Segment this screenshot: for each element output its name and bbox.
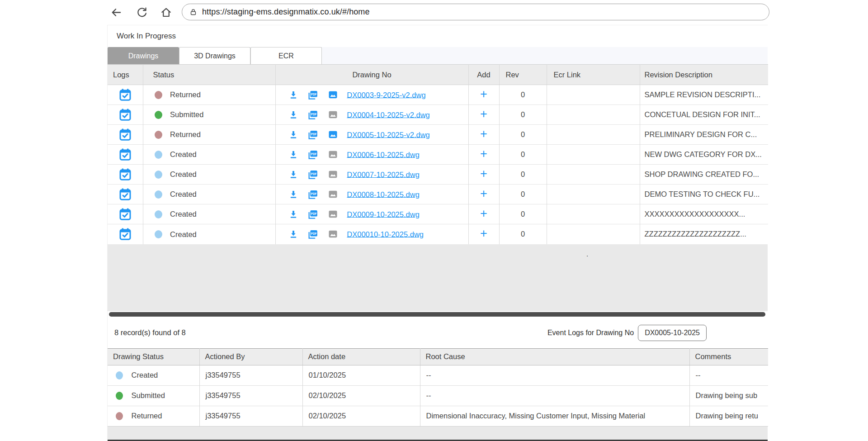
logs-button[interactable] <box>118 208 132 221</box>
image-icon[interactable] <box>328 149 338 160</box>
drawing-link[interactable]: DX0008-10-2025.dwg <box>347 190 420 198</box>
tab-ecr[interactable]: ECR <box>250 47 322 64</box>
svg-text:PDF: PDF <box>311 192 317 195</box>
status-label: Returned <box>170 91 201 99</box>
revision-description: SHOP DRAWING CREATED FO... <box>640 165 768 185</box>
drawing-link[interactable]: DX0007-10-2025.dwg <box>347 170 420 178</box>
add-button[interactable]: + <box>480 147 487 161</box>
drawing-link[interactable]: DX0009-10-2025.dwg <box>347 210 420 218</box>
drawing-link[interactable]: DX0006-10-2025.dwg <box>347 150 420 158</box>
calendar-check-icon <box>118 128 132 142</box>
drawing-link[interactable]: DX0004-10-2025-v2.dwg <box>347 110 429 119</box>
address-bar[interactable]: https://staging-ems.designmatix.co.uk/#/… <box>182 4 769 20</box>
calendar-check-icon <box>118 168 132 181</box>
pdf-icon[interactable]: PDF <box>307 109 319 120</box>
download-icon[interactable] <box>288 190 298 199</box>
tab-drawings[interactable]: Drawings <box>108 47 179 64</box>
add-button[interactable]: + <box>480 87 487 101</box>
horizontal-scrollbar-thumb[interactable] <box>109 312 765 317</box>
tab-3d-drawings[interactable]: 3D Drawings <box>179 47 250 64</box>
root-cause-value: Dimensional Inaccuracy, Missing Customer… <box>420 406 689 426</box>
browser-home-button[interactable] <box>160 6 172 19</box>
back-arrow-icon <box>110 6 122 19</box>
actioned-by-value: j33549755 <box>199 365 302 385</box>
add-button[interactable]: + <box>480 207 487 220</box>
drawing-link[interactable]: DX0005-10-2025-v2.dwg <box>347 130 429 138</box>
selected-drawing-no-box[interactable]: DX0005-10-2025 <box>638 325 707 341</box>
status-dot <box>155 91 162 99</box>
pdf-icon[interactable]: PDF <box>307 209 319 220</box>
add-button[interactable]: + <box>480 227 487 240</box>
add-button[interactable]: + <box>480 107 487 121</box>
revision-description: NEW DWG CATEGORY FOR DX... <box>640 145 768 165</box>
image-icon[interactable] <box>328 189 338 199</box>
table-row: Created PDF <box>108 145 768 165</box>
drawing-link[interactable]: DX00010-10-2025.dwg <box>347 230 424 238</box>
calendar-check-icon <box>118 108 132 122</box>
drawings-table-header: Logs Status Drawing No Add Rev Ecr Link … <box>108 65 768 85</box>
event-logs-table-header: Drawing Status Actioned By Action date R… <box>108 348 768 365</box>
image-icon[interactable] <box>328 129 338 140</box>
root-cause-value: -- <box>420 385 689 406</box>
pdf-icon[interactable]: PDF <box>307 229 319 240</box>
download-icon[interactable] <box>288 130 298 140</box>
pdf-icon[interactable]: PDF <box>307 129 319 140</box>
logs-button[interactable] <box>118 228 132 241</box>
image-icon[interactable] <box>328 90 338 100</box>
event-log-row: Created j33549755 01/10/2025 -- -- <box>108 365 768 385</box>
svg-text:PDF: PDF <box>311 152 317 155</box>
logs-button[interactable] <box>118 188 132 201</box>
browser-refresh-button[interactable] <box>136 6 148 19</box>
action-date-value: 02/10/2025 <box>302 385 420 406</box>
pdf-icon[interactable]: PDF <box>307 169 319 180</box>
ecr-link-cell <box>547 145 640 165</box>
comments-value: Drawing being retu <box>689 406 768 426</box>
drawing-link[interactable]: DX0003-9-2025-v2.dwg <box>347 90 425 99</box>
comments-value: -- <box>689 365 768 385</box>
image-icon[interactable] <box>328 109 338 120</box>
status-dot <box>116 371 123 379</box>
column-header-comments: Comments <box>689 348 768 365</box>
ecr-link-cell <box>547 125 640 145</box>
add-button[interactable]: + <box>480 167 487 180</box>
column-header-actioned-by: Actioned By <box>199 348 302 365</box>
drawings-table: Logs Status Drawing No Add Rev Ecr Link … <box>108 64 768 244</box>
image-icon[interactable] <box>328 229 338 239</box>
download-icon[interactable] <box>288 90 298 100</box>
rev-value: 0 <box>499 105 547 125</box>
logs-button[interactable] <box>118 88 132 102</box>
column-header-revision-description: Revision Description <box>640 65 768 85</box>
logs-button[interactable] <box>118 108 132 122</box>
rev-value: 0 <box>499 204 547 224</box>
download-icon[interactable] <box>288 229 298 239</box>
revision-description: XXXXXXXXXXXXXXXXXXX... <box>640 204 768 224</box>
add-button[interactable]: + <box>480 187 487 200</box>
table-row: Created PDF <box>108 204 768 224</box>
event-logs-table: Drawing Status Actioned By Action date R… <box>108 348 768 427</box>
download-icon[interactable] <box>288 150 298 160</box>
revision-description: DEMO TESTING TO CHECK FU... <box>640 185 768 204</box>
download-icon[interactable] <box>288 110 298 120</box>
pdf-icon[interactable]: PDF <box>307 90 319 100</box>
download-icon[interactable] <box>288 209 298 219</box>
rev-value: 0 <box>499 85 547 105</box>
logs-button[interactable] <box>118 128 132 142</box>
logs-button[interactable] <box>118 148 132 161</box>
rev-value: 0 <box>499 185 547 204</box>
pdf-icon[interactable]: PDF <box>307 189 319 200</box>
image-icon[interactable] <box>328 169 338 180</box>
rev-value: 0 <box>499 165 547 185</box>
browser-back-button[interactable] <box>109 6 122 19</box>
action-date-value: 01/10/2025 <box>302 365 420 385</box>
refresh-icon <box>136 6 148 18</box>
svg-text:PDF: PDF <box>311 232 317 235</box>
table-row: Submitted PDF <box>108 105 768 125</box>
image-icon[interactable] <box>328 209 338 219</box>
pdf-icon[interactable]: PDF <box>307 149 319 160</box>
add-button[interactable]: + <box>480 127 487 141</box>
logs-button[interactable] <box>118 168 132 181</box>
status-dot <box>155 171 162 179</box>
horizontal-scrollbar <box>108 311 768 318</box>
status-dot <box>155 111 162 119</box>
download-icon[interactable] <box>288 170 298 180</box>
